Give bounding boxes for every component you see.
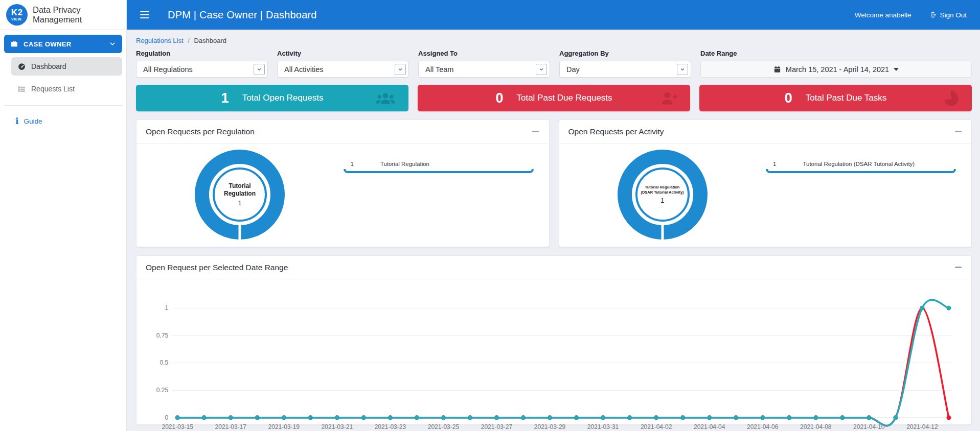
svg-text:2021-03-31: 2021-03-31 [587,423,619,430]
line-chart[interactable]: 00.250.50.7512021-03-152021-03-172021-03… [136,279,971,431]
breadcrumb-link-regulations-list[interactable]: Regulations List [136,37,184,44]
filter-regulation: Regulation All Regulations [136,50,268,78]
donut-center-value: 1 [639,197,686,204]
logo-text-bottom: VIEW. [11,17,22,21]
svg-text:2021-03-17: 2021-03-17 [215,423,247,430]
legend-label: Tutorial Regulation (DSAR Tutorial Activ… [803,161,915,167]
panel-header: Open Requests per Activity [559,120,972,143]
brand-name-line2: Management [33,15,82,25]
chart-legend: 1 Tutorial Regulation [344,161,534,247]
aggregation-by-select-value: Day [566,65,580,74]
svg-text:2021-04-08: 2021-04-08 [800,423,832,430]
filter-label: Assigned To [418,50,550,57]
total-past-due-requests-card[interactable]: 0 Total Past Due Requests [418,85,690,111]
regulation-select[interactable]: All Regulations [136,61,268,78]
pie-chart-icon [941,89,960,107]
panel-header: Open Request per Selected Date Range [136,256,971,279]
panel-header: Open Requests per Regulation [136,120,549,143]
line-chart-svg[interactable]: 00.250.50.7512021-03-152021-03-172021-03… [144,283,964,431]
minimize-icon[interactable] [532,128,540,136]
filter-bar: Regulation All Regulations Activity All … [136,50,972,78]
stat-value: 1 [221,90,229,106]
caret-down-icon [894,68,899,71]
svg-text:2021-04-04: 2021-04-04 [694,423,725,430]
total-open-requests-card[interactable]: 1 Total Open Requests [136,85,408,111]
legend-underline [766,169,956,173]
panel-body: Tutorial Regulation 1 1 Tutorial Regulat… [136,143,549,247]
stat-label: Total Open Requests [242,93,324,103]
gauge-icon [17,62,26,71]
sidebar-item-requests-list[interactable]: Requests List [11,80,122,98]
assigned-to-select-value: All Team [425,65,453,74]
svg-text:0: 0 [165,414,168,421]
svg-text:2021-03-21: 2021-03-21 [322,423,353,430]
filter-assigned-to: Assigned To All Team [418,50,550,78]
legend-value: 1 [773,161,776,167]
sidebar-nav: CASE OWNER Dashboard Requests List i [0,30,126,126]
aggregation-by-select[interactable]: Day [559,61,691,78]
filter-label: Regulation [136,50,268,57]
legend-underline [344,169,534,173]
svg-text:2021-04-12: 2021-04-12 [906,423,938,430]
role-menu-button[interactable]: CASE OWNER [4,35,122,53]
panel-body: Tutorial Regulation (DSAR Tutorial Activ… [559,143,972,247]
minimize-icon[interactable] [954,264,962,272]
guide-label: Guide [24,117,42,125]
svg-text:2021-04-02: 2021-04-02 [641,423,672,430]
open-requests-per-activity-panel: Open Requests per Activity Tutorial Regu [559,119,972,247]
activity-select[interactable]: All Activities [277,61,409,78]
donut-center-label: Tutorial Regulation (DSAR Tutorial Activ… [639,185,686,195]
panel-title: Open Requests per Activity [568,127,664,136]
guide-link[interactable]: i Guide [15,117,122,126]
filter-date-range: Date Range March 15, 2021 - April 14, 20… [700,50,972,78]
panel-title: Open Requests per Regulation [146,127,255,136]
brand: K2 VIEW. Data Privacy Management [0,0,126,30]
svg-text:0.5: 0.5 [159,359,168,366]
donut-center-label: Tutorial Regulation [216,182,263,198]
stat-label: Total Past Due Requests [516,93,612,103]
sidebar-item-dashboard[interactable]: Dashboard [11,57,122,76]
activity-donut-chart[interactable]: Tutorial Regulation (DSAR Tutorial Activ… [617,149,709,241]
svg-text:2021-03-27: 2021-03-27 [481,423,513,430]
open-request-date-range-panel: Open Request per Selected Date Range 00.… [136,255,972,425]
user-plus-icon [659,89,678,107]
svg-text:0.25: 0.25 [156,387,169,394]
panel-title: Open Request per Selected Date Range [146,263,288,272]
hamburger-menu-icon[interactable] [140,11,149,18]
total-past-due-tasks-card[interactable]: 0 Total Past Due Tasks [699,85,972,111]
date-range-picker[interactable]: March 15, 2021 - April 14, 2021 [700,61,972,78]
chevron-down-icon [254,64,265,75]
svg-text:2021-03-23: 2021-03-23 [375,423,406,430]
filter-label: Activity [277,50,409,57]
svg-text:2021-03-25: 2021-03-25 [428,423,460,430]
regulation-donut-chart[interactable]: Tutorial Regulation 1 [194,149,286,241]
k2view-logo: K2 VIEW. [6,4,28,26]
chart-legend: 1 Tutorial Regulation (DSAR Tutorial Act… [766,161,956,247]
stat-cards: 1 Total Open Requests 0 Total Past Due R… [136,85,972,111]
svg-text:0.75: 0.75 [156,332,169,339]
logo-text-top: K2 [11,8,23,17]
donut-center-value: 1 [216,199,263,207]
legend-item[interactable]: 1 Tutorial Regulation (DSAR Tutorial Act… [766,161,956,173]
date-range-value: March 15, 2021 - April 14, 2021 [786,65,889,74]
open-requests-per-regulation-panel: Open Requests per Regulation Tutorial Re [136,119,550,247]
assigned-to-select[interactable]: All Team [418,61,550,78]
breadcrumb-current: Dashboard [194,37,226,44]
chevron-down-icon [109,40,116,47]
svg-text:1: 1 [165,304,168,312]
svg-text:2021-03-19: 2021-03-19 [268,423,300,430]
info-icon: i [15,117,18,126]
legend-item[interactable]: 1 Tutorial Regulation [344,161,534,173]
donut-panels-row: Open Requests per Regulation Tutorial Re [136,119,972,247]
legend-label: Tutorial Regulation [380,161,429,167]
brand-name: Data Privacy Management [33,5,82,25]
filter-activity: Activity All Activities [277,50,409,78]
svg-text:2021-04-06: 2021-04-06 [747,423,779,430]
minimize-icon[interactable] [954,128,962,136]
role-menu-label: CASE OWNER [24,40,72,48]
main-area: DPM | Case Owner | Dashboard Welcome ana… [127,0,980,431]
filter-label: Date Range [700,50,972,57]
legend-value: 1 [351,161,354,167]
sign-out-button[interactable]: Sign Out [930,11,967,19]
briefcase-icon [10,40,18,48]
